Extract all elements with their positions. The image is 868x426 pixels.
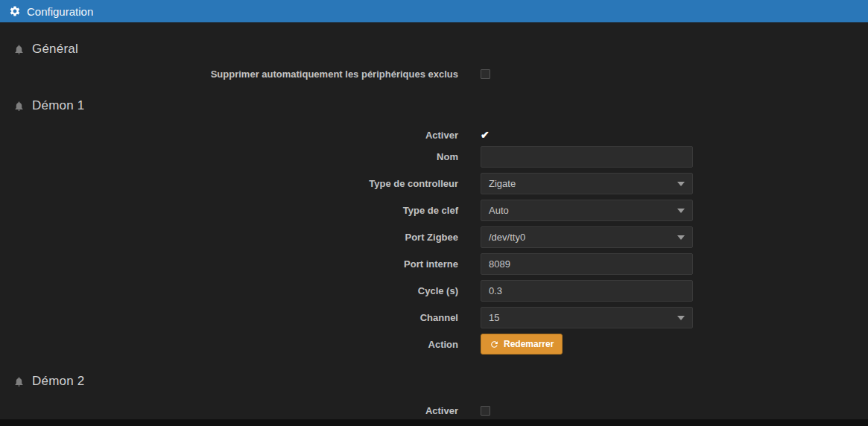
section-title-general: Général (32, 42, 78, 57)
titlebar: Configuration (0, 0, 868, 22)
chevron-down-icon (677, 316, 685, 320)
channel-row: Channel 15 (0, 307, 868, 328)
bell-icon (13, 44, 25, 55)
controller-type-select[interactable]: Zigate (481, 173, 693, 194)
daemon2-enable-checkbox[interactable] (481, 406, 490, 416)
internal-port-row: Port interne (0, 253, 868, 275)
controller-type-value: Zigate (489, 178, 516, 189)
action-label: Action (0, 339, 458, 350)
controller-type-label: Type de controlleur (0, 178, 458, 189)
restart-button[interactable]: Redemarrer (481, 334, 563, 355)
daemon2-enable-row: Activer (0, 404, 868, 417)
controller-type-row: Type de controlleur Zigate (0, 173, 868, 194)
zigbee-port-select[interactable]: /dev/tty0 (481, 226, 693, 248)
chevron-down-icon (677, 209, 685, 213)
chevron-down-icon (677, 235, 685, 240)
restart-button-label: Redemarrer (504, 339, 554, 349)
auto-remove-row: Supprimer automatiquement les périphériq… (0, 67, 868, 80)
section-header-demon1: Démon 1 (13, 98, 868, 113)
internal-port-input[interactable] (481, 253, 693, 275)
key-type-label: Type de clef (0, 205, 458, 216)
name-label: Nom (0, 151, 458, 162)
channel-value: 15 (489, 312, 499, 323)
channel-label: Channel (0, 312, 458, 323)
gears-icon (9, 5, 21, 17)
daemon1-enable-row: Activer (0, 128, 868, 142)
bell-icon (13, 101, 25, 112)
auto-remove-label: Supprimer automatiquement les périphériq… (0, 69, 458, 80)
action-row: Action Redemarrer (0, 334, 868, 355)
refresh-icon (490, 340, 499, 349)
key-type-row: Type de clef Auto (0, 200, 868, 221)
name-input[interactable] (481, 146, 693, 168)
daemon1-enable-checkbox[interactable] (481, 130, 490, 140)
section-title-demon2: Démon 2 (32, 374, 84, 389)
name-row: Nom (0, 146, 868, 168)
chevron-down-icon (677, 182, 685, 186)
daemon2-enable-label: Activer (0, 405, 458, 416)
key-type-select[interactable]: Auto (481, 200, 693, 221)
bottom-bar (0, 419, 868, 426)
cycle-input[interactable] (481, 280, 693, 302)
zigbee-port-label: Port Zigbee (0, 232, 458, 243)
auto-remove-checkbox[interactable] (481, 69, 490, 79)
cycle-row: Cycle (s) (0, 280, 868, 302)
page-title: Configuration (27, 5, 93, 18)
key-type-value: Auto (489, 205, 509, 216)
section-header-general: Général (13, 42, 868, 57)
zigbee-port-row: Port Zigbee /dev/tty0 (0, 226, 868, 248)
bell-icon (13, 376, 25, 387)
channel-select[interactable]: 15 (481, 307, 693, 328)
zigbee-port-value: /dev/tty0 (489, 232, 525, 243)
section-title-demon1: Démon 1 (32, 98, 84, 113)
daemon1-enable-label: Activer (0, 130, 458, 141)
cycle-label: Cycle (s) (0, 285, 458, 296)
configuration-form: Général Supprimer automatiquement les pé… (0, 22, 868, 417)
internal-port-label: Port interne (0, 258, 458, 270)
section-header-demon2: Démon 2 (13, 374, 868, 389)
